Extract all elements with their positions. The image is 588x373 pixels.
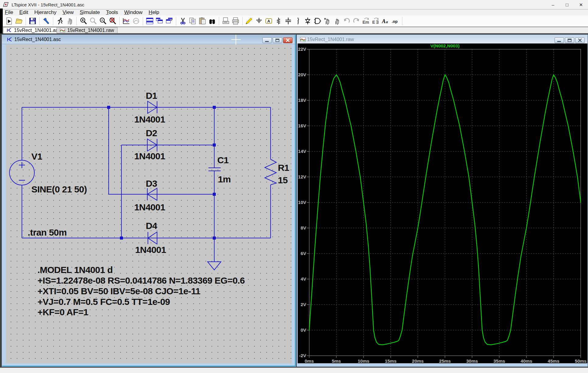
child-minimize-button[interactable] xyxy=(262,37,272,43)
x-tick-label: 40ms xyxy=(520,358,532,363)
schematic-label: .MODEL 1N4001 d xyxy=(37,265,113,275)
waveform-window-icon xyxy=(300,37,306,42)
label-net-icon[interactable]: A xyxy=(265,17,273,25)
schematic-label: 1N4001 xyxy=(134,115,165,124)
zoom-back-icon[interactable] xyxy=(89,17,97,25)
cut-icon[interactable] xyxy=(179,17,187,25)
child-close-button[interactable] xyxy=(575,37,585,43)
schematic-window-title-bar[interactable]: 15vRect_1N4001.asc xyxy=(2,35,296,44)
menu-window[interactable]: Window xyxy=(121,9,145,16)
menu-edit[interactable]: Edit xyxy=(16,9,31,16)
schematic-label: D3 xyxy=(146,179,157,188)
schematic-label: D2 xyxy=(146,128,157,138)
cascade-windows-icon[interactable] xyxy=(165,17,173,25)
plot-settings-icon[interactable] xyxy=(122,17,131,25)
y-tick-label: 22V xyxy=(298,47,306,52)
drag-icon[interactable] xyxy=(333,17,341,25)
schematic-label: R1 xyxy=(278,163,289,173)
find-icon[interactable] xyxy=(208,17,216,25)
child-minimize-button[interactable] xyxy=(555,37,564,43)
zoom-in-icon[interactable] xyxy=(79,17,88,25)
copy-icon[interactable] xyxy=(189,17,197,25)
menu-file[interactable]: File xyxy=(2,9,16,16)
schematic-canvas[interactable]: V1SINE(0 21 50).tran 50mD11N4001D21N4001… xyxy=(6,44,292,364)
toolbar-separator xyxy=(53,17,53,25)
app-minimize-button[interactable]: – xyxy=(546,0,560,9)
y-tick-label: 2V xyxy=(301,302,306,307)
toolbar-separator xyxy=(219,17,219,25)
control-panel-hammer-icon[interactable] xyxy=(42,17,51,25)
app-title-bar: LTspice XVII - 15vRect_1N4001.asc – □ ✕ xyxy=(0,0,588,9)
resistor-icon[interactable] xyxy=(275,17,283,25)
move-icon[interactable] xyxy=(323,17,331,25)
x-tick-label: 10ms xyxy=(358,358,369,363)
svg-text:A: A xyxy=(267,19,270,23)
x-tick-label: 15ms xyxy=(385,358,396,363)
spice-directive-icon[interactable]: .op xyxy=(391,17,400,25)
schematic-label: +KF=0 AF=1 xyxy=(37,307,88,317)
y-tick-label: 0V xyxy=(301,327,306,333)
save-icon[interactable] xyxy=(29,17,37,25)
menu-hierarchy[interactable]: Hierarchy xyxy=(31,9,60,16)
x-tick-label: 30ms xyxy=(466,358,478,363)
menu-bar: FileEditHierarchyViewSimulateToolsWindow… xyxy=(0,9,588,16)
wire-icon[interactable] xyxy=(245,17,254,25)
undo-icon[interactable] xyxy=(343,17,351,25)
zoom-extents-icon[interactable] xyxy=(109,17,117,25)
schematic-window-icon xyxy=(7,37,12,42)
zoom-out-icon[interactable] xyxy=(99,17,107,25)
x-tick-label: 35ms xyxy=(493,358,505,363)
child-restore-button[interactable] xyxy=(565,37,574,43)
app-close-button[interactable]: ✕ xyxy=(574,0,588,9)
stretch-icon[interactable]: E∃ xyxy=(372,17,380,25)
child-close-button[interactable] xyxy=(283,37,292,43)
tile-horizontal-icon[interactable] xyxy=(146,17,154,25)
y-tick-label: 18V xyxy=(298,98,306,103)
component-icon[interactable] xyxy=(313,17,322,25)
run-man-icon[interactable] xyxy=(56,17,64,25)
tile-vertical-icon[interactable] xyxy=(156,17,164,25)
schematic-window: 15vRect_1N4001.asc xyxy=(2,34,296,367)
inductor-icon[interactable] xyxy=(294,17,302,25)
app-maximize-button[interactable]: □ xyxy=(560,0,574,9)
y-tick-label: 8V xyxy=(301,225,306,230)
paste-icon[interactable] xyxy=(198,17,207,25)
spice-netlist-icon[interactable] xyxy=(132,17,140,25)
diode-icon[interactable] xyxy=(304,17,312,25)
text-icon[interactable]: Aa xyxy=(382,17,390,25)
schematic-label: 1N4001 xyxy=(134,151,165,161)
waveform-plot-area[interactable]: 22V20V18V16V14V12V10V8V6V4V2V0V-2V0ms5ms… xyxy=(298,43,587,363)
menu-help[interactable]: Help xyxy=(145,9,162,16)
menu-simulate[interactable]: Simulate xyxy=(77,9,103,16)
menu-view[interactable]: View xyxy=(59,9,77,16)
svg-text:a: a xyxy=(386,19,388,24)
tab-waveform[interactable]: 15vRect_1N4001.raw xyxy=(57,27,117,33)
print-icon[interactable] xyxy=(232,17,240,25)
schematic-label: D4 xyxy=(146,221,157,231)
schematic-label: 1N4001 xyxy=(135,245,166,255)
move-em-icon[interactable]: Em xyxy=(362,17,370,25)
run-icon[interactable] xyxy=(5,17,13,25)
print-preview-icon[interactable] xyxy=(222,17,230,25)
waveform-window-title-bar[interactable]: 15vRect_1N4001.raw xyxy=(297,35,587,44)
x-tick-label: 45ms xyxy=(548,358,559,363)
x-tick-label: 25ms xyxy=(439,358,451,363)
schematic-label: +XTI=0.05 BV=50 IBV=5e-08 CJO=1e-11 xyxy=(37,286,200,296)
halt-hand-icon[interactable] xyxy=(66,17,74,25)
app-title: LTspice XVII - 15vRect_1N4001.asc xyxy=(12,2,84,7)
schematic-tab-icon xyxy=(7,28,12,33)
y-tick-label: 10V xyxy=(298,200,306,205)
tab-label: 15vRect_1N4001.raw xyxy=(67,28,114,33)
tab-schematic[interactable]: 15vRect_1N4001.asc xyxy=(3,27,64,33)
capacitor-icon[interactable] xyxy=(284,17,292,25)
svg-text:∃: ∃ xyxy=(376,20,379,25)
toolbar-separator xyxy=(26,17,26,25)
open-folder-icon[interactable] xyxy=(15,17,23,25)
ground-icon[interactable] xyxy=(255,17,263,25)
schematic-label: C1 xyxy=(217,155,229,165)
menu-tools[interactable]: Tools xyxy=(103,9,121,16)
redo-icon[interactable] xyxy=(352,17,361,25)
y-tick-label: 4V xyxy=(301,276,306,281)
child-restore-button[interactable] xyxy=(273,37,282,43)
toolbar-separator xyxy=(143,17,143,25)
